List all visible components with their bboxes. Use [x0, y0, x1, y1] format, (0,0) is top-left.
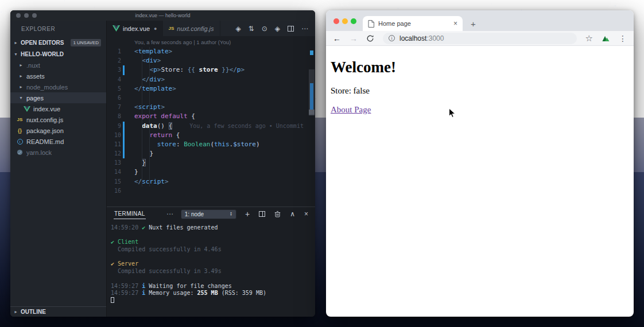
code-line-10: 10 return { — [107, 131, 315, 140]
store-status-text: Store: false — [331, 86, 629, 96]
chevron-down-icon: ▾ — [18, 95, 24, 100]
info-file-icon: i — [17, 139, 23, 145]
zoom-window-button[interactable] — [32, 13, 37, 18]
outline-label: OUTLINE — [21, 309, 46, 315]
tree-item-nuxt-config-js[interactable]: JSnuxt.config.js — [10, 114, 106, 125]
tree-item-readme-md[interactable]: iREADME.md — [10, 136, 106, 147]
chevron-down-icon: ▾ — [13, 52, 18, 57]
modified-mark — [310, 83, 313, 110]
split-editor-icon[interactable] — [288, 26, 294, 32]
new-tab-button[interactable]: + — [471, 19, 476, 29]
terminal-panel: TERMINAL ⋯ 1: node ▲▼ + ∧ × — [107, 207, 315, 317]
site-info-icon[interactable]: i — [389, 35, 395, 41]
chevron-right-icon: ▸ — [13, 40, 18, 45]
browser-tab-home-page[interactable]: Home page × — [363, 16, 463, 31]
close-panel-icon[interactable]: × — [304, 210, 308, 218]
terminal-line: ✔ Server — [111, 260, 315, 268]
terminal-line: ✔ Client — [111, 239, 315, 246]
open-editors-label: OPEN EDITORS — [21, 40, 64, 46]
code-line-12: 12 } — [107, 149, 315, 158]
terminal-select[interactable]: 1: node ▲▼ — [181, 209, 236, 219]
unsaved-count-badge: 1 UNSAVED — [71, 39, 101, 46]
new-terminal-icon[interactable]: + — [245, 209, 250, 219]
code-line-15: 15</script> — [107, 177, 315, 186]
tab-label: nuxt.config.js — [177, 25, 214, 32]
reload-button[interactable] — [366, 34, 374, 42]
code-line-13: 13 } — [107, 158, 315, 168]
more-actions-icon[interactable]: ⋯ — [301, 25, 308, 33]
tree-item--nuxt[interactable]: ▸.nuxt — [10, 60, 106, 71]
web-page-content: Welcome! Store: false About Page — [326, 46, 634, 119]
close-window-button[interactable] — [333, 18, 339, 24]
page-favicon-icon — [368, 20, 374, 28]
tree-item-index-vue[interactable]: index.vue — [10, 103, 106, 114]
back-button[interactable]: ← — [333, 34, 341, 42]
project-root-section[interactable]: ▾ HELLO-WORLD — [10, 48, 106, 60]
terminal-header: TERMINAL ⋯ 1: node ▲▼ + ∧ × — [107, 207, 315, 221]
url-host: localhost — [399, 34, 426, 42]
tree-item-package-json[interactable]: {}package.json — [10, 125, 106, 136]
terminal-panel-tab[interactable]: TERMINAL — [114, 209, 146, 219]
editor-actions: ◈ ⇅ ⊙ ◈ ⋯ — [228, 21, 315, 36]
code-line-8: 8export default { — [107, 112, 315, 121]
js-file-icon: JS — [17, 117, 23, 122]
kill-terminal-icon[interactable] — [274, 211, 281, 217]
close-tab-icon[interactable]: × — [453, 20, 457, 28]
chevron-right-icon: ▸ — [18, 84, 24, 89]
code-line-1: 1<template> — [107, 47, 315, 56]
json-file-icon: {} — [18, 128, 22, 134]
address-bar[interactable]: i localhost:3000 — [383, 33, 577, 44]
zoom-window-button[interactable] — [351, 18, 356, 24]
close-window-button[interactable] — [16, 13, 21, 18]
terminal-select-value: 1: node — [185, 211, 204, 217]
minimize-window-button[interactable] — [342, 18, 348, 24]
tree-item-node-modules[interactable]: ▸node_modules — [10, 81, 106, 92]
minimize-window-button[interactable] — [24, 13, 29, 18]
code-editor[interactable]: You, a few seconds ago | 1 author (You) … — [107, 36, 315, 207]
code-line-2: 2 <div> — [107, 56, 315, 65]
code-line-14: 14} — [107, 168, 315, 177]
terminal-line — [111, 275, 315, 283]
vscode-window-title: index.vue — hello-world — [135, 13, 190, 18]
tab-nuxt-config[interactable]: JS nuxt.config.js — [163, 21, 220, 36]
indent-guide — [149, 47, 150, 186]
maximize-panel-icon[interactable]: ∧ — [290, 210, 295, 218]
explorer-sidebar: EXPLORER ▸ OPEN EDITORS 1 UNSAVED ▾ HELL… — [10, 21, 106, 317]
about-page-link[interactable]: About Page — [331, 105, 371, 114]
gitlens-graph-icon[interactable]: ◈ — [275, 25, 280, 33]
extension-icon[interactable] — [602, 34, 610, 42]
vue-logo-icon — [24, 106, 30, 112]
terminal-more-icon[interactable]: ⋯ — [166, 210, 173, 218]
chrome-menu-icon[interactable]: ⋮ — [619, 34, 627, 43]
terminal-output[interactable]: 14:59:20 ✔ Nuxt files generated✔ Client … — [107, 221, 315, 305]
open-changes-icon[interactable]: ⇅ — [249, 25, 254, 33]
code-line-5: 5</template> — [107, 84, 315, 94]
stepper-icon: ▲▼ — [230, 212, 232, 216]
code-line-16: 16 — [107, 186, 315, 196]
bookmark-star-icon[interactable]: ☆ — [585, 33, 593, 44]
forward-button[interactable]: → — [350, 34, 358, 42]
file-tree: ▸.nuxt▸assets▸node_modules▾pagesindex.vu… — [10, 60, 106, 158]
overview-ruler[interactable] — [309, 36, 315, 207]
outline-section[interactable]: ▸ OUTLINE — [10, 306, 106, 317]
tree-item-yarn-lock[interactable]: yarn.lock — [10, 147, 106, 158]
split-terminal-icon[interactable] — [259, 211, 265, 217]
tab-index-vue[interactable]: index.vue ● — [107, 21, 163, 36]
vscode-traffic-lights — [16, 13, 37, 18]
terminal-line: Compiled successfully in 3.49s — [111, 268, 315, 275]
chevron-right-icon: ▸ — [18, 73, 24, 79]
open-editors-section[interactable]: ▸ OPEN EDITORS 1 UNSAVED — [10, 37, 106, 48]
gitlens-codelens[interactable]: You, a few seconds ago | 1 author (You) — [134, 39, 315, 46]
terminal-cursor — [111, 297, 114, 303]
tree-item-assets[interactable]: ▸assets — [10, 71, 106, 81]
vscode-titlebar[interactable]: index.vue — hello-world — [10, 10, 315, 21]
tree-item-pages[interactable]: ▾pages — [10, 92, 106, 103]
vscode-window: index.vue — hello-world EXPLORER ▸ OPEN … — [10, 10, 315, 317]
open-preview-icon[interactable]: ⊙ — [262, 25, 267, 33]
vue-logo-icon — [112, 25, 120, 32]
gitlens-file-blame-icon[interactable]: ◈ — [235, 25, 240, 33]
url-port: :3000 — [426, 34, 444, 42]
indent-guide — [142, 47, 142, 186]
unsaved-dot-icon[interactable]: ● — [154, 26, 157, 32]
terminal-line: Compiled successfully in 4.46s — [111, 246, 315, 254]
